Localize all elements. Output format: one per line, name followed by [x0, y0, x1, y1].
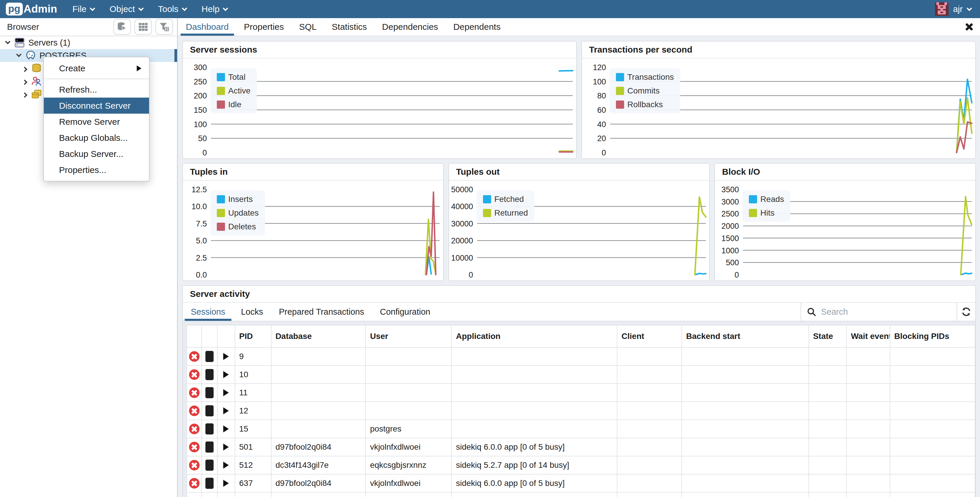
cancel-query-button[interactable] — [205, 405, 213, 416]
cell-application: sidekiq 5.2.7 app [0 of 14 busy] — [452, 456, 617, 474]
chevron-down-icon[interactable] — [16, 52, 21, 57]
legend-swatch — [217, 100, 225, 109]
terminate-session-button[interactable] — [189, 387, 200, 398]
tab-dependents[interactable]: Dependents — [445, 18, 508, 36]
terminate-session-button[interactable] — [189, 442, 200, 452]
query-tool-button[interactable] — [113, 19, 131, 35]
svg-text:30000: 30000 — [451, 220, 473, 228]
cell-application — [452, 347, 617, 365]
expand-row-icon[interactable] — [223, 407, 229, 414]
refresh-icon — [961, 306, 972, 317]
menu-file[interactable]: File — [72, 4, 94, 14]
svg-text:150: 150 — [194, 106, 207, 115]
context-menu-item-disconnect-server[interactable]: Disconnect Server — [44, 97, 149, 114]
svg-text:7.5: 7.5 — [196, 220, 207, 228]
tab-dashboard[interactable]: Dashboard — [178, 18, 236, 36]
tree-item-servers[interactable]: Servers (1) — [0, 36, 177, 49]
cancel-query-button[interactable] — [205, 424, 213, 435]
chart-title: Block I/O — [715, 164, 975, 180]
terminate-session-button[interactable] — [189, 406, 200, 416]
cancel-query-button[interactable] — [205, 441, 213, 452]
cell-backend_start — [682, 365, 808, 384]
submenu-arrow-icon — [137, 65, 142, 71]
terminate-session-button[interactable] — [189, 460, 200, 470]
cancel-query-button[interactable] — [205, 351, 213, 362]
tab-locks[interactable]: Locks — [233, 303, 271, 321]
cell-state — [809, 420, 847, 438]
chevron-right-icon[interactable] — [22, 80, 27, 85]
chevron-right-icon[interactable] — [22, 92, 27, 97]
pgadmin-logo-pg: pg — [6, 3, 23, 16]
cell-blocking_pids — [890, 420, 975, 438]
context-menu-item-properties[interactable]: Properties... — [44, 162, 149, 178]
tab-statistics[interactable]: Statistics — [325, 18, 375, 36]
cell-backend_start — [682, 347, 808, 365]
terminate-session-button[interactable] — [189, 478, 200, 489]
tab-dependencies[interactable]: Dependencies — [375, 18, 446, 36]
cancel-query-button[interactable] — [205, 387, 213, 398]
server-activity-title: Server activity — [183, 286, 975, 303]
chart-title: Transactions per second — [582, 41, 975, 59]
legend-swatch — [616, 100, 624, 109]
cell-blocking_pids — [890, 347, 975, 365]
svg-text:50: 50 — [198, 134, 207, 143]
cell-user: postgres — [366, 420, 452, 438]
svg-text:1500: 1500 — [721, 234, 739, 243]
terminate-session-button[interactable] — [189, 351, 200, 362]
menu-tools[interactable]: Tools — [158, 4, 186, 14]
context-menu-item-refresh[interactable]: Refresh... — [44, 81, 149, 97]
user-menu[interactable]: ajr — [935, 2, 971, 16]
chevron-down-icon — [90, 6, 95, 11]
refresh-button[interactable] — [957, 303, 975, 321]
svg-text:50000: 50000 — [451, 185, 473, 194]
tab-prepared-transactions[interactable]: Prepared Transactions — [271, 303, 372, 321]
chevron-down-icon — [223, 6, 228, 11]
cancel-query-button[interactable] — [205, 478, 213, 489]
cell-user — [366, 365, 452, 384]
menu-object[interactable]: Object — [110, 4, 143, 14]
chart-card-tuples-out: Tuples out 50000400003000020000100000 Fe… — [449, 163, 710, 281]
context-menu-item-backup-server[interactable]: Backup Server... — [44, 146, 149, 162]
tab-sql[interactable]: SQL — [292, 18, 325, 36]
expand-row-icon[interactable] — [223, 353, 229, 360]
tab-sessions[interactable]: Sessions — [183, 303, 233, 321]
cell-client — [617, 474, 682, 492]
svg-text:40: 40 — [597, 120, 606, 129]
main-tabbar: Dashboard Properties SQL Statistics Depe… — [178, 18, 980, 36]
terminate-session-button[interactable] — [189, 369, 200, 380]
legend-swatch — [217, 209, 225, 217]
cell-wait_event — [846, 456, 890, 474]
cell-blocking_pids — [890, 456, 975, 474]
chevron-down-icon[interactable] — [5, 39, 10, 44]
expand-row-icon[interactable] — [223, 443, 229, 451]
login-roles-icon — [31, 75, 42, 87]
chevron-right-icon[interactable] — [22, 67, 27, 72]
context-menu-item-remove-server[interactable]: Remove Server — [44, 114, 149, 130]
legend-swatch — [749, 195, 757, 203]
terminate-session-button[interactable] — [189, 424, 200, 434]
expand-row-icon[interactable] — [223, 425, 229, 432]
cancel-query-button[interactable] — [205, 460, 213, 471]
context-menu-item-backup-globals[interactable]: Backup Globals... — [44, 130, 149, 146]
svg-text:80: 80 — [597, 91, 606, 100]
tab-properties[interactable]: Properties — [236, 18, 292, 36]
expand-row-icon[interactable] — [223, 480, 229, 487]
legend-swatch — [749, 209, 757, 217]
expand-row-icon[interactable] — [223, 389, 229, 396]
filtered-rows-button[interactable] — [156, 19, 173, 35]
menu-help[interactable]: Help — [202, 4, 228, 14]
expand-row-icon[interactable] — [223, 462, 229, 469]
cell-client — [617, 456, 682, 474]
tab-configuration[interactable]: Configuration — [372, 303, 438, 321]
expand-row-icon[interactable] — [223, 371, 229, 378]
cancel-query-button[interactable] — [205, 369, 213, 380]
legend-swatch — [483, 195, 491, 203]
svg-text:100: 100 — [593, 77, 606, 86]
cell-database: dc3t4f143gil7e — [271, 456, 366, 474]
svg-text:2500: 2500 — [721, 210, 739, 218]
context-menu-item-create[interactable]: Create — [44, 60, 149, 76]
svg-text:10.0: 10.0 — [191, 202, 207, 211]
search-input[interactable] — [816, 307, 954, 317]
close-panel-icon[interactable] — [964, 22, 974, 32]
view-data-button[interactable] — [134, 19, 152, 35]
